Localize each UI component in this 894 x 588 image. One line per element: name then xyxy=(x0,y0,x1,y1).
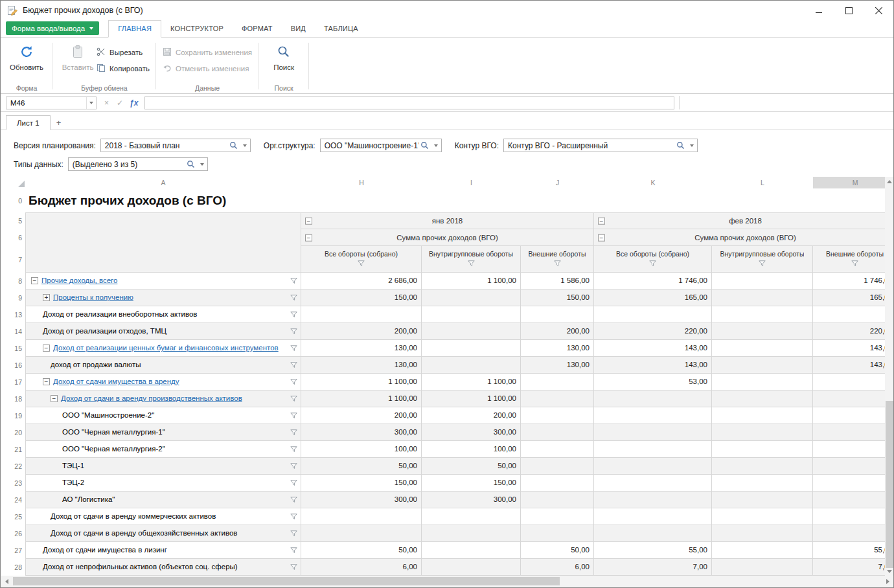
search-icon[interactable] xyxy=(185,160,197,168)
filter-field[interactable]: (Выделено 3 из 5) xyxy=(68,157,208,171)
value-cell[interactable]: 143,00 xyxy=(594,357,712,374)
row-header-8[interactable]: 8 xyxy=(11,273,25,289)
chevron-down-icon[interactable] xyxy=(687,139,697,152)
value-cell[interactable] xyxy=(422,306,521,323)
value-cell[interactable] xyxy=(813,441,886,458)
cancel-entry-icon[interactable]: × xyxy=(104,98,109,107)
add-sheet-button[interactable]: + xyxy=(51,115,67,130)
row-header-22[interactable]: 22 xyxy=(11,458,25,475)
row-header-17[interactable]: 17 xyxy=(11,374,25,390)
column-header-K[interactable]: K xyxy=(594,177,712,188)
value-cell[interactable] xyxy=(813,525,886,542)
collapse-icon[interactable]: − xyxy=(305,233,315,241)
value-cell[interactable] xyxy=(521,458,594,475)
value-cell[interactable]: 165,00 xyxy=(813,289,886,306)
filter-funnel-icon[interactable] xyxy=(290,396,297,402)
column-header-A[interactable]: A xyxy=(25,177,301,188)
value-cell[interactable] xyxy=(813,306,886,323)
filter-funnel-icon[interactable] xyxy=(851,260,858,268)
value-cell[interactable] xyxy=(521,407,594,424)
column-header-L[interactable]: L xyxy=(712,177,813,188)
filter-funnel-icon[interactable] xyxy=(358,260,365,268)
filter-funnel-icon[interactable] xyxy=(290,328,297,335)
value-cell[interactable]: 220,00 xyxy=(813,323,886,340)
value-cell[interactable] xyxy=(521,374,594,390)
vertical-scrollbar[interactable] xyxy=(885,177,894,576)
row-header-16[interactable]: 16 xyxy=(11,357,25,374)
row-label[interactable]: Доход от сдачи в аренду производственных… xyxy=(61,394,242,402)
value-cell[interactable]: 220,00 xyxy=(594,323,712,340)
value-cell[interactable]: 1 100,00 xyxy=(301,374,422,390)
cut-button[interactable]: Вырезать xyxy=(97,47,150,58)
column-caption-1-0[interactable]: Все обороты (собрано) xyxy=(594,246,712,273)
undo-changes-button[interactable]: Отменить изменения xyxy=(163,63,252,74)
value-cell[interactable]: 200,00 xyxy=(301,323,422,340)
horizontal-scroll-thumb[interactable] xyxy=(13,577,560,585)
value-cell[interactable] xyxy=(712,441,813,458)
row-header-18[interactable]: 18 xyxy=(11,390,25,407)
value-cell[interactable] xyxy=(712,475,813,492)
value-cell[interactable]: 1 100,00 xyxy=(422,273,521,289)
value-cell[interactable] xyxy=(712,424,813,441)
row-label-cell[interactable]: −Доход от реализации ценных бумаг и фина… xyxy=(25,340,301,357)
filter-funnel-icon[interactable] xyxy=(290,311,297,318)
value-cell[interactable]: 150,00 xyxy=(422,475,521,492)
row-label-cell[interactable]: −Доход от сдачи в аренду производственны… xyxy=(25,390,301,407)
value-cell[interactable]: 1 100,00 xyxy=(301,390,422,407)
row-header-14[interactable]: 14 xyxy=(11,323,25,340)
row-header-0[interactable]: 0 xyxy=(11,188,25,212)
scroll-right-icon[interactable] xyxy=(882,576,893,587)
value-cell[interactable] xyxy=(813,458,886,475)
row-header-26[interactable]: 26 xyxy=(11,525,25,542)
value-cell[interactable] xyxy=(301,306,422,323)
filter-funnel-icon[interactable] xyxy=(468,260,475,268)
value-cell[interactable] xyxy=(594,458,712,475)
row-label-cell[interactable]: Доход от непрофильных активов (объектов … xyxy=(25,559,301,576)
value-cell[interactable] xyxy=(521,306,594,323)
row-label-cell[interactable]: доход от продажи валюты xyxy=(25,357,301,374)
value-cell[interactable] xyxy=(422,323,521,340)
column-header-M[interactable]: M xyxy=(813,177,886,188)
row-header-27[interactable]: 27 xyxy=(11,542,25,559)
collapse-icon[interactable]: − xyxy=(43,378,50,385)
value-cell[interactable]: 143,00 xyxy=(813,340,886,357)
formula-input[interactable] xyxy=(144,96,674,109)
value-cell[interactable] xyxy=(594,306,712,323)
save-changes-button[interactable]: Сохранить изменения xyxy=(163,47,252,58)
value-cell[interactable] xyxy=(712,559,813,576)
filter-funnel-icon[interactable] xyxy=(290,530,297,537)
select-all-icon[interactable] xyxy=(18,181,25,187)
column-caption-0-1[interactable]: Внутригрупповые обороты xyxy=(422,246,521,273)
filter-funnel-icon[interactable] xyxy=(290,278,297,284)
column-caption-1-1[interactable]: Внутригрупповые обороты xyxy=(712,246,813,273)
value-cell[interactable]: 7,00 xyxy=(813,559,886,576)
ribbon-tab-0[interactable]: ГЛАВНАЯ xyxy=(108,20,161,38)
value-cell[interactable]: 2 686,00 xyxy=(301,273,422,289)
refresh-button[interactable]: Обновить xyxy=(7,40,46,71)
value-cell[interactable] xyxy=(521,492,594,508)
collapse-icon[interactable]: − xyxy=(305,217,315,225)
value-cell[interactable] xyxy=(422,542,521,559)
value-cell[interactable]: 55,00 xyxy=(594,542,712,559)
row-label-cell[interactable]: Доход от сдачи имущества в лизинг xyxy=(25,542,301,559)
filter-funnel-icon[interactable] xyxy=(290,564,297,571)
row-header-9[interactable]: 9 xyxy=(11,289,25,306)
value-cell[interactable] xyxy=(422,525,521,542)
value-cell[interactable] xyxy=(813,390,886,407)
value-cell[interactable] xyxy=(301,525,422,542)
expand-icon[interactable]: + xyxy=(43,294,50,301)
form-io-menu-button[interactable]: Форма ввода/вывода xyxy=(6,21,99,35)
search-icon[interactable] xyxy=(674,141,687,150)
row-label[interactable]: Доход от сдачи имущества в аренду xyxy=(53,378,179,385)
value-cell[interactable] xyxy=(813,475,886,492)
value-cell[interactable] xyxy=(422,508,521,525)
value-cell[interactable] xyxy=(712,458,813,475)
value-cell[interactable] xyxy=(594,492,712,508)
filter-funnel-icon[interactable] xyxy=(759,260,766,268)
value-cell[interactable]: 50,00 xyxy=(422,458,521,475)
row-label-cell[interactable]: ООО "Черная металлургия-1" xyxy=(25,424,301,441)
value-cell[interactable] xyxy=(712,542,813,559)
cell-reference-box[interactable]: M46 xyxy=(6,96,97,109)
collapse-icon[interactable]: − xyxy=(31,277,38,284)
sheet-tab[interactable]: Лист 1 xyxy=(6,115,51,130)
